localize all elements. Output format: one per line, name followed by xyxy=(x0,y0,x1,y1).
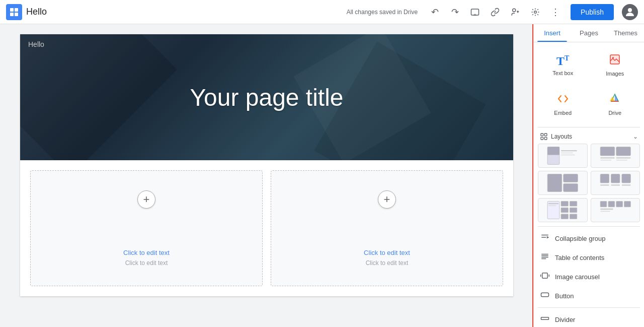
insert-divider-button[interactable]: Divider xyxy=(538,310,640,327)
svg-rect-42 xyxy=(561,202,568,207)
insert-toc-button[interactable]: Table of contents xyxy=(538,248,640,267)
embed-icon xyxy=(557,93,569,108)
images-label: Images xyxy=(606,71,624,77)
tab-pages[interactable]: Pages xyxy=(571,24,607,42)
layout-thumb-1[interactable] xyxy=(538,144,588,168)
insert-collapsible-button[interactable]: Collapsible group xyxy=(538,229,640,248)
svg-rect-16 xyxy=(544,134,547,136)
insert-button-button[interactable]: Button xyxy=(538,286,640,305)
insert-grid-top: TT Text box Images xyxy=(538,48,640,82)
add-content-1-button[interactable]: + xyxy=(137,190,155,209)
svg-rect-50 xyxy=(616,202,622,207)
svg-rect-15 xyxy=(541,134,543,136)
svg-rect-20 xyxy=(547,147,559,155)
svg-rect-60 xyxy=(542,273,548,279)
redo-button[interactable]: ↷ xyxy=(446,3,464,21)
block1-edit-label[interactable]: Click to edit text xyxy=(123,249,170,256)
insert-drive-button[interactable]: Drive xyxy=(590,88,640,121)
images-icon xyxy=(609,53,621,69)
svg-rect-2 xyxy=(10,13,14,16)
svg-rect-38 xyxy=(621,184,630,185)
header-shape-1 xyxy=(20,34,177,160)
block2-sub-label[interactable]: Click to edit text xyxy=(366,259,409,267)
layouts-collapse-icon: ⌄ xyxy=(633,133,638,140)
svg-rect-27 xyxy=(616,157,630,158)
svg-rect-44 xyxy=(561,214,568,219)
content-block-1[interactable]: + Click to edit text Click to edit text xyxy=(30,170,263,286)
carousel-label: Image carousel xyxy=(555,273,600,281)
svg-rect-63 xyxy=(541,293,549,297)
add-content-2-button[interactable]: + xyxy=(378,190,396,209)
svg-rect-48 xyxy=(600,202,607,207)
layout-thumb-2[interactable] xyxy=(591,144,640,168)
svg-rect-0 xyxy=(10,8,14,12)
avatar[interactable] xyxy=(622,4,638,20)
svg-rect-43 xyxy=(561,208,568,213)
svg-rect-17 xyxy=(541,137,543,140)
svg-rect-22 xyxy=(561,153,573,154)
button-icon xyxy=(540,290,550,301)
publish-button[interactable]: Publish xyxy=(571,4,614,20)
share-button[interactable] xyxy=(506,3,524,21)
canvas-area: Hello Your page title + Click to edit te… xyxy=(0,24,533,327)
block2-edit-label[interactable]: Click to edit text xyxy=(364,249,410,256)
tab-themes[interactable]: Themes xyxy=(607,24,644,42)
toc-label: Table of contents xyxy=(555,254,604,261)
svg-rect-26 xyxy=(600,157,615,158)
undo-button[interactable]: ↶ xyxy=(426,3,444,21)
divider-3 xyxy=(538,307,640,308)
svg-rect-29 xyxy=(616,160,627,161)
svg-rect-36 xyxy=(600,184,609,185)
page-header-label: Hello xyxy=(28,40,44,48)
page-hero-title[interactable]: Your page title xyxy=(190,84,343,111)
preview-button[interactable] xyxy=(466,3,484,21)
toc-icon xyxy=(540,252,550,263)
panel-content: TT Text box Images xyxy=(534,42,644,327)
insert-carousel-button[interactable]: Image carousel xyxy=(538,267,640,286)
svg-rect-18 xyxy=(544,137,547,140)
topbar-actions: ↶ ↷ xyxy=(426,3,565,21)
insert-images-button[interactable]: Images xyxy=(590,48,640,82)
more-button[interactable]: ⋮ xyxy=(546,3,565,21)
svg-rect-49 xyxy=(608,202,615,207)
layouts-section-header[interactable]: Layouts ⌄ xyxy=(538,129,640,144)
svg-rect-30 xyxy=(547,174,562,192)
main-layout: Hello Your page title + Click to edit te… xyxy=(0,24,644,327)
divider-label: Divider xyxy=(555,316,575,323)
link-button[interactable] xyxy=(486,3,504,21)
drive-icon xyxy=(609,93,621,108)
svg-rect-32 xyxy=(564,184,578,192)
topbar: Hello All changes saved in Drive ↶ ↷ xyxy=(0,0,644,24)
svg-rect-40 xyxy=(548,203,559,204)
layout-thumb-4[interactable] xyxy=(591,171,640,195)
insert-embed-button[interactable]: Embed xyxy=(538,88,588,121)
tab-insert[interactable]: Insert xyxy=(534,24,571,42)
svg-rect-33 xyxy=(600,174,609,183)
settings-button[interactable] xyxy=(526,3,544,21)
svg-rect-21 xyxy=(561,150,577,151)
block1-sub-label[interactable]: Click to edit text xyxy=(125,259,168,267)
svg-point-7 xyxy=(513,9,516,12)
panel-tabs: Insert Pages Themes xyxy=(534,24,644,42)
app-logo xyxy=(6,4,22,20)
save-status: All changes saved in Drive xyxy=(347,9,418,16)
svg-rect-3 xyxy=(15,13,18,16)
collapsible-label: Collapsible group xyxy=(555,235,605,242)
insert-textbox-button[interactable]: TT Text box xyxy=(538,48,588,82)
svg-rect-31 xyxy=(564,174,578,182)
svg-rect-35 xyxy=(621,174,630,183)
layout-thumb-5[interactable] xyxy=(538,198,588,222)
collapsible-icon xyxy=(540,233,550,244)
svg-rect-45 xyxy=(570,202,577,207)
content-block-2[interactable]: + Click to edit text Click to edit text xyxy=(271,170,503,286)
layout-thumb-6[interactable] xyxy=(591,198,640,222)
svg-rect-46 xyxy=(570,208,577,213)
layout-thumb-3[interactable] xyxy=(538,171,588,195)
right-panel: Insert Pages Themes TT Text box xyxy=(533,24,644,327)
svg-rect-28 xyxy=(600,160,611,161)
svg-rect-47 xyxy=(570,214,577,219)
svg-rect-1 xyxy=(15,8,18,12)
textbox-icon: TT xyxy=(556,54,569,68)
svg-rect-23 xyxy=(561,155,575,156)
divider-1 xyxy=(538,127,640,127)
